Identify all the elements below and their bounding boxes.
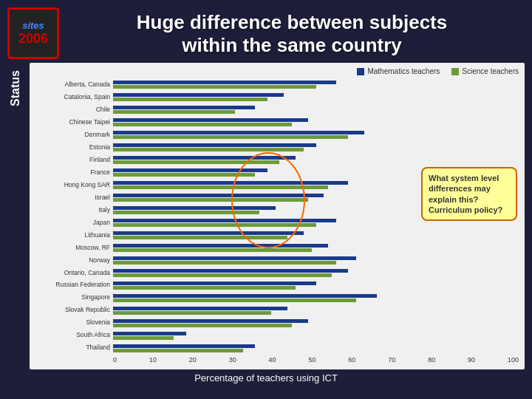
bar-science-9	[113, 198, 308, 202]
bar-math-7	[113, 168, 267, 172]
y-label-france: France	[35, 168, 110, 177]
bar-math-19	[113, 319, 308, 323]
bar-science-13	[113, 248, 312, 252]
legend-science-box	[451, 68, 459, 75]
chart-container: Mathematics teachers Science teachers Al…	[30, 63, 525, 369]
legend-math-box	[357, 68, 364, 75]
bar-math-8	[113, 181, 348, 185]
bar-math-11	[113, 219, 336, 222]
bar-science-21	[113, 349, 243, 352]
x-axis-area: 0102030405060708090100	[113, 354, 519, 364]
bar-science-17	[113, 299, 356, 302]
bar-science-11	[113, 223, 316, 227]
y-label-alberta--canada: Alberta, Canada	[35, 81, 110, 89]
bar-science-3	[113, 123, 292, 126]
y-label-italy: Italy	[35, 206, 110, 214]
chart-body: Alberta, CanadaCatalonia, SpainChileChin…	[35, 78, 519, 354]
bar-row	[113, 242, 519, 253]
x-tick-20: 20	[189, 356, 197, 364]
bar-row	[113, 116, 519, 128]
y-label-japan: Japan	[35, 219, 110, 227]
chart-legend: Mathematics teachers Science teachers	[35, 67, 519, 75]
bar-math-4	[113, 131, 364, 134]
bar-math-21	[113, 344, 255, 348]
bar-math-9	[113, 194, 324, 197]
y-label-lithuania: Lithuania	[35, 231, 110, 239]
x-tick-0: 0	[113, 356, 117, 364]
bar-science-10	[113, 211, 259, 214]
bar-row	[113, 267, 519, 279]
bar-row	[113, 154, 519, 166]
x-tick-10: 10	[149, 356, 157, 364]
bar-science-1	[113, 98, 267, 101]
bar-science-20	[113, 336, 174, 340]
y-label-catalonia--spain: Catalonia, Spain	[35, 93, 110, 101]
bar-math-17	[113, 294, 377, 298]
legend-science: Science teachers	[451, 67, 519, 75]
logo-year-text: 2006	[18, 31, 48, 47]
bar-math-20	[113, 332, 186, 335]
bar-row	[113, 141, 519, 153]
y-label-ontario--canada: Ontario, Canada	[35, 269, 110, 277]
bar-row	[113, 78, 519, 90]
bar-science-6	[113, 160, 279, 164]
bar-row	[113, 292, 519, 304]
y-label-finland: Finland	[35, 156, 110, 164]
x-tick-50: 50	[308, 356, 316, 364]
x-tick-70: 70	[388, 356, 395, 364]
x-tick-40: 40	[269, 356, 276, 364]
bar-row	[113, 342, 519, 354]
legend-math: Mathematics teachers	[357, 67, 440, 75]
bar-row	[113, 279, 519, 291]
bar-math-16	[113, 282, 316, 285]
slide: sites 2006 Huge difference between subje…	[0, 0, 532, 399]
x-tick-60: 60	[348, 356, 355, 364]
bar-science-12	[113, 236, 287, 239]
y-label-thailand: Thailand	[35, 344, 110, 352]
main-title: Huge difference between subjects within …	[66, 11, 517, 57]
y-label-chinese-taipei: Chinese Taipei	[35, 118, 110, 126]
y-label-norway: Norway	[35, 256, 110, 265]
footer-label: Percentage of teachers using ICT	[194, 372, 338, 383]
y-label-denmark: Denmark	[35, 131, 110, 139]
bar-science-14	[113, 261, 336, 265]
bar-science-8	[113, 185, 328, 189]
y-label-singapore: Singapore	[35, 293, 110, 301]
bar-row	[113, 330, 519, 341]
y-label-israel: Israel	[35, 194, 110, 202]
y-label-south-africa: South Africa	[35, 331, 110, 339]
bar-science-4	[113, 135, 348, 139]
bar-row	[113, 254, 519, 266]
bar-science-18	[113, 311, 271, 315]
y-label-moscow--rf: Moscow, RF	[35, 244, 110, 252]
y-label-chile: Chile	[35, 106, 110, 114]
bar-math-6	[113, 156, 296, 160]
bar-row	[113, 91, 519, 103]
legend-science-label: Science teachers	[462, 67, 519, 75]
bars-wrapper: What system level differences may explai…	[113, 78, 519, 354]
footer: Percentage of teachers using ICT	[0, 372, 532, 383]
bar-math-12	[113, 231, 304, 235]
y-axis-labels: Alberta, CanadaCatalonia, SpainChileChin…	[35, 78, 113, 354]
bar-math-13	[113, 244, 328, 248]
bar-math-2	[113, 106, 255, 109]
bar-math-15	[113, 269, 348, 273]
bar-math-1	[113, 93, 284, 97]
x-tick-100: 100	[508, 356, 519, 364]
logo-sites-text: sites	[22, 20, 44, 31]
legend-math-label: Mathematics teachers	[367, 67, 440, 75]
tooltip-text: What system level differences may explai…	[429, 174, 502, 214]
bar-math-3	[113, 118, 308, 122]
tooltip-box: What system level differences may explai…	[421, 167, 517, 221]
x-tick-30: 30	[229, 356, 236, 364]
y-label-slovenia: Slovenia	[35, 318, 110, 327]
y-label-hong-kong-sar: Hong Kong SAR	[35, 181, 110, 189]
y-label-slovak-republic: Slovak Republic	[35, 306, 110, 314]
y-label-estonia: Estonia	[35, 143, 110, 151]
bar-row	[113, 317, 519, 329]
bar-row	[113, 129, 519, 140]
x-axis-labels: 0102030405060708090100	[113, 356, 519, 364]
status-label: Status	[7, 70, 24, 106]
bar-row	[113, 304, 519, 316]
x-tick-90: 90	[468, 356, 475, 364]
